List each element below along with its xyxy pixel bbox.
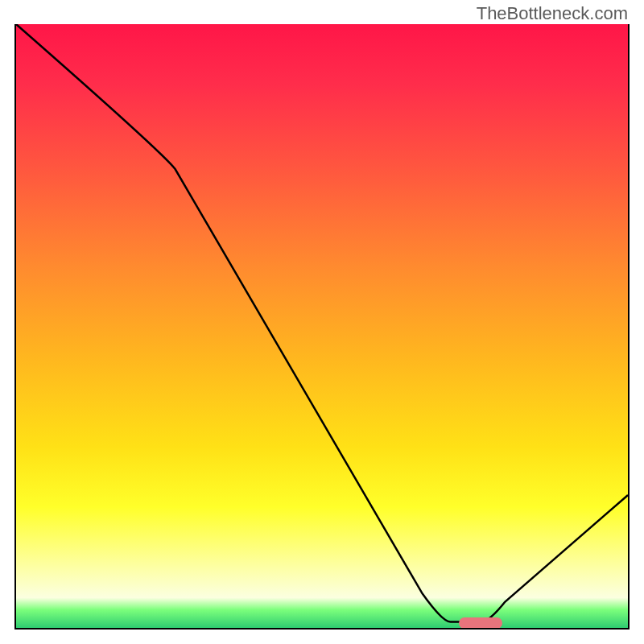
bottleneck-curve — [16, 24, 628, 628]
optimal-marker — [459, 617, 502, 629]
watermark-text: TheBottleneck.com — [477, 3, 628, 24]
curve-path — [16, 24, 628, 622]
plot-area — [14, 24, 630, 630]
